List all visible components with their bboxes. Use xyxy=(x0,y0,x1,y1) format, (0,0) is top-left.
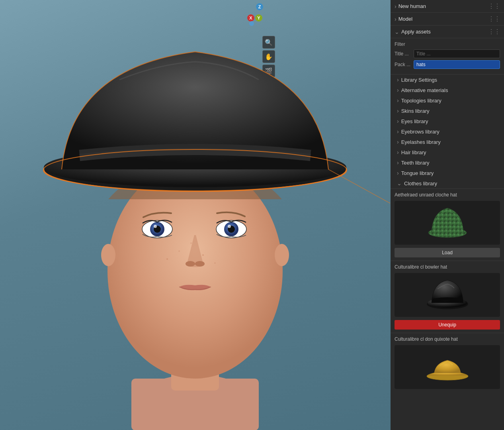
tree-item-clothes-library[interactable]: Clothes library xyxy=(391,178,504,188)
tree-item-eyelashes-library[interactable]: Eyelashes library xyxy=(391,137,504,147)
tree-item-teeth-library[interactable]: Teeth library xyxy=(391,157,504,168)
filter-section: Filter Title ... Pack ... xyxy=(391,38,504,75)
viewport: Z X Y 🔍 ✋ 🎬 xyxy=(0,0,391,430)
new-human-chevron xyxy=(395,3,397,10)
alternative-materials-chevron xyxy=(397,87,399,93)
bowler-hat-svg xyxy=(426,277,469,313)
svg-point-20 xyxy=(195,261,205,267)
tongue-library-label: Tongue library xyxy=(401,170,434,176)
human-figure-svg xyxy=(0,0,390,430)
pack-filter-row: Pack ... xyxy=(395,60,500,69)
library-settings-label: Library Settings xyxy=(401,77,437,83)
tree-item-hair-library[interactable]: Hair library xyxy=(391,147,504,157)
clothes-library-chevron xyxy=(397,180,402,187)
svg-point-7 xyxy=(215,263,216,264)
apply-assets-label: Apply assets xyxy=(401,29,431,35)
teeth-library-chevron xyxy=(397,159,399,166)
svg-point-4 xyxy=(166,258,168,260)
tree-item-eyes-library[interactable]: Eyes library xyxy=(391,116,504,126)
topologies-library-chevron xyxy=(397,97,399,104)
svg-point-5 xyxy=(179,251,180,252)
eyelashes-library-label: Eyelashes library xyxy=(401,139,441,145)
asset-cloche-section: Aethelraed unraed cloche hat xyxy=(391,188,504,261)
tree-item-tongue-library[interactable]: Tongue library xyxy=(391,168,504,178)
svg-point-6 xyxy=(202,254,204,256)
model-dots[interactable]: ⋮⋮ xyxy=(488,15,500,23)
library-settings-chevron xyxy=(397,77,399,83)
new-human-title: New human xyxy=(395,3,426,10)
skins-library-chevron xyxy=(397,108,399,114)
title-filter-input[interactable] xyxy=(414,49,500,58)
tree-item-topologies-library[interactable]: Topologies library xyxy=(391,95,504,106)
hair-library-label: Hair library xyxy=(401,149,426,155)
asset-donquixote-title: Culturalibre cl don quixote hat xyxy=(395,336,500,342)
library-tree: Library Settings Alternative materials T… xyxy=(391,75,504,430)
eyes-library-label: Eyes library xyxy=(401,118,428,124)
model-label: Model xyxy=(399,16,412,22)
filter-label: Filter xyxy=(395,41,500,47)
hair-library-chevron xyxy=(397,149,399,155)
sidebar: New human ⋮⋮ Model ⋮⋮ Apply assets ⋮⋮ Fi… xyxy=(391,0,504,430)
apply-assets-chevron xyxy=(395,29,399,35)
eyes-library-chevron xyxy=(397,118,399,124)
svg-point-12 xyxy=(154,225,157,228)
teeth-library-label: Teeth library xyxy=(401,160,430,166)
viewport-canvas[interactable] xyxy=(0,0,391,430)
new-human-label: New human xyxy=(399,3,426,9)
eyebrows-library-chevron xyxy=(397,128,399,135)
asset-cloche-title: Aethelraed unraed cloche hat xyxy=(395,192,500,198)
tree-item-eyebrows-library[interactable]: Eyebrows library xyxy=(391,126,504,137)
new-human-row[interactable]: New human ⋮⋮ xyxy=(391,0,504,13)
svg-line-27 xyxy=(328,169,390,203)
cloche-hat-svg xyxy=(428,204,467,242)
tree-item-alternative-materials[interactable]: Alternative materials xyxy=(391,85,504,95)
apply-assets-title: Apply assets xyxy=(395,29,431,35)
topologies-library-label: Topologies library xyxy=(401,98,441,104)
pack-filter-label: Pack ... xyxy=(395,62,411,67)
model-title: Model xyxy=(395,16,412,22)
title-filter-row: Title ... xyxy=(395,49,500,58)
svg-point-21 xyxy=(101,244,115,266)
apply-assets-dots[interactable]: ⋮⋮ xyxy=(488,28,500,35)
tree-item-skins-library[interactable]: Skins library xyxy=(391,106,504,116)
asset-bowler-thumbnail[interactable] xyxy=(395,273,500,317)
alternative-materials-label: Alternative materials xyxy=(401,87,448,93)
apply-assets-row[interactable]: Apply assets ⋮⋮ xyxy=(391,26,504,38)
asset-bowler-title: Culturalibre cl bowler hat xyxy=(395,264,500,270)
svg-point-17 xyxy=(228,225,231,228)
tongue-library-chevron xyxy=(397,170,399,176)
eyelashes-library-chevron xyxy=(397,139,399,145)
clothes-library-label: Clothes library xyxy=(404,181,437,187)
pack-filter-input[interactable] xyxy=(414,60,500,69)
asset-donquixote-thumbnail[interactable] xyxy=(395,345,500,389)
tree-item-library-settings[interactable]: Library Settings xyxy=(391,75,504,85)
donquixote-hat-svg xyxy=(426,349,469,385)
svg-point-8 xyxy=(191,243,192,244)
title-filter-label: Title ... xyxy=(395,51,411,57)
eyebrows-library-label: Eyebrows library xyxy=(401,129,440,135)
skins-library-label: Skins library xyxy=(401,108,430,114)
svg-point-22 xyxy=(275,244,289,266)
new-human-dots[interactable]: ⋮⋮ xyxy=(488,2,500,10)
asset-cloche-thumbnail[interactable] xyxy=(395,201,500,245)
asset-bowler-section: Culturalibre cl bowler hat xyxy=(391,261,504,333)
asset-donquixote-section: Culturalibre cl don quixote hat xyxy=(391,333,504,395)
svg-point-19 xyxy=(186,261,195,267)
load-cloche-button[interactable]: Load xyxy=(395,248,500,257)
model-row[interactable]: Model ⋮⋮ xyxy=(391,13,504,26)
unequip-bowler-button[interactable]: Unequip xyxy=(395,320,500,330)
model-chevron xyxy=(395,16,397,22)
